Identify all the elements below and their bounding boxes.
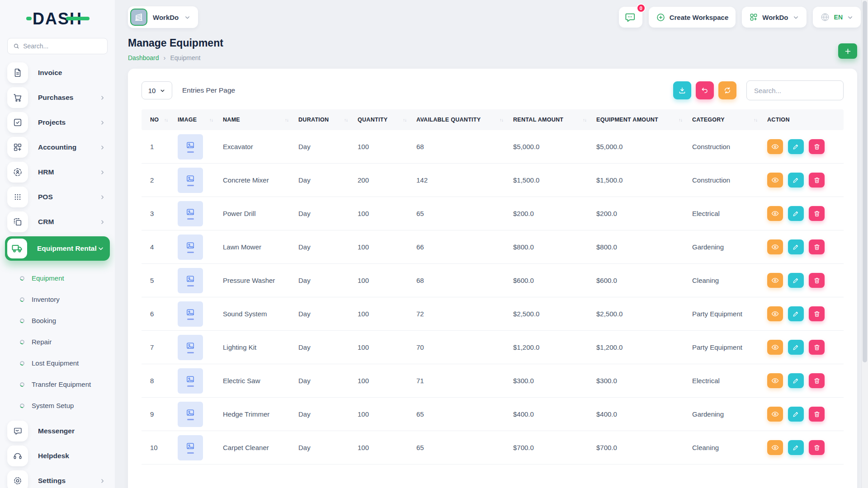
equipment-image-placeholder[interactable] <box>178 134 203 160</box>
sidebar-item-hrm[interactable]: HRM <box>7 162 108 183</box>
workspace-switcher[interactable]: WorkDo <box>742 7 806 28</box>
edit-button[interactable] <box>788 407 804 422</box>
ring-icon <box>19 318 25 324</box>
add-equipment-button[interactable] <box>838 43 857 59</box>
sidebar-item-projects[interactable]: Projects <box>7 112 108 133</box>
sort-icon: ↑↓ <box>403 117 406 122</box>
column-header-quantity[interactable]: QUANTITY↑↓ <box>358 117 416 123</box>
column-header-duration[interactable]: DURATION↑↓ <box>298 117 358 123</box>
entries-per-page-select[interactable]: 10 <box>142 81 172 99</box>
column-header-category[interactable]: CATEGORY↑↓ <box>692 117 767 123</box>
export-button[interactable] <box>673 81 691 99</box>
delete-button[interactable] <box>809 206 825 221</box>
delete-button[interactable] <box>809 340 825 355</box>
view-button[interactable] <box>767 407 783 422</box>
delete-button[interactable] <box>809 373 825 388</box>
edit-button[interactable] <box>788 139 804 154</box>
column-header-equipment-amount[interactable]: EQUIPMENT AMOUNT↑↓ <box>596 117 692 123</box>
messenger-button[interactable]: 0 <box>619 7 642 28</box>
equipment-image-placeholder[interactable] <box>178 368 203 394</box>
app-logo[interactable]: DASH <box>7 0 108 38</box>
workspace-selector[interactable]: WorkDo <box>128 6 198 28</box>
eye-icon <box>771 310 779 318</box>
eye-icon <box>771 343 779 351</box>
sidebar-item-accounting[interactable]: Accounting <box>7 137 108 158</box>
table-search-input[interactable] <box>746 80 844 100</box>
view-button[interactable] <box>767 173 783 188</box>
delete-button[interactable] <box>809 139 825 154</box>
sidebar-item-settings[interactable]: Settings <box>7 470 108 488</box>
delete-button[interactable] <box>809 273 825 288</box>
image-icon <box>186 174 195 183</box>
sidebar-subitem-booking[interactable]: Booking <box>20 310 108 331</box>
equipment-image-placeholder[interactable] <box>178 201 203 226</box>
entries-per-page-label: Entries Per Page <box>182 86 235 94</box>
sidebar-subitem-transfer-equipment[interactable]: Transfer Equipment <box>20 374 108 395</box>
scrollbar-thumb[interactable] <box>863 1 867 362</box>
row-equipment-amount: $400.0 <box>596 410 692 418</box>
view-button[interactable] <box>767 306 783 321</box>
column-header-available-quantity[interactable]: AVAILABLE QUANTITY↑↓ <box>416 117 513 123</box>
row-quantity: 100 <box>358 210 416 217</box>
view-button[interactable] <box>767 239 783 254</box>
view-button[interactable] <box>767 273 783 288</box>
view-button[interactable] <box>767 440 783 455</box>
equipment-image-placeholder[interactable] <box>178 435 203 460</box>
edit-button[interactable] <box>788 239 804 254</box>
sidebar-item-messenger[interactable]: Messenger <box>7 421 108 441</box>
equipment-image-placeholder[interactable] <box>178 235 203 260</box>
sidebar-subitem-inventory[interactable]: Inventory <box>20 289 108 310</box>
delete-button[interactable] <box>809 306 825 321</box>
row-quantity: 200 <box>358 176 416 184</box>
edit-button[interactable] <box>788 306 804 321</box>
equipment-image-placeholder[interactable] <box>178 268 203 293</box>
eye-icon <box>771 176 779 184</box>
chevron-right-icon <box>99 94 106 101</box>
edit-button[interactable] <box>788 440 804 455</box>
create-workspace-button[interactable]: Create Workspace <box>649 7 736 28</box>
page-scrollbar[interactable] <box>861 0 868 488</box>
edit-button[interactable] <box>788 273 804 288</box>
column-header-image[interactable]: IMAGE↑↓ <box>178 117 223 123</box>
equipment-image-placeholder[interactable] <box>178 168 203 193</box>
delete-button[interactable] <box>809 173 825 188</box>
sidebar-item-invoice[interactable]: Invoice <box>7 62 108 83</box>
sidebar-subitem-system-setup[interactable]: System Setup <box>20 395 108 416</box>
sidebar-subitem-lost-equipment[interactable]: Lost Equipment <box>20 352 108 374</box>
sidebar-item-purchases[interactable]: Purchases <box>7 87 108 108</box>
refresh-button[interactable] <box>718 81 736 99</box>
delete-button[interactable] <box>809 407 825 422</box>
sidebar-item-helpdesk[interactable]: Helpdesk <box>7 446 108 466</box>
edit-button[interactable] <box>788 340 804 355</box>
equipment-image-placeholder[interactable] <box>178 402 203 427</box>
eye-icon <box>771 444 779 451</box>
table-row: 5 Pressure Washer Day 100 68 $600.0 $600… <box>142 264 844 297</box>
edit-button[interactable] <box>788 373 804 388</box>
equipment-image-placeholder[interactable] <box>178 335 203 360</box>
breadcrumb-dashboard-link[interactable]: Dashboard <box>128 54 159 61</box>
row-category: Party Equipment <box>692 310 767 318</box>
view-button[interactable] <box>767 139 783 154</box>
sidebar-item-pos[interactable]: POS <box>7 187 108 207</box>
sidebar-item-crm[interactable]: CRM <box>7 211 108 232</box>
chevron-right-icon <box>99 169 106 176</box>
edit-button[interactable] <box>788 173 804 188</box>
sidebar-search-input[interactable] <box>23 42 102 50</box>
edit-button[interactable] <box>788 206 804 221</box>
column-header-name[interactable]: NAME↑↓ <box>223 117 298 123</box>
language-selector[interactable]: EN <box>813 7 861 28</box>
view-button[interactable] <box>767 340 783 355</box>
undo-button[interactable] <box>696 81 714 99</box>
sidebar-subitem-repair[interactable]: Repair <box>20 331 108 352</box>
column-header-no[interactable]: NO↑↓ <box>142 117 178 123</box>
sidebar-item-equipment-rental[interactable]: Equipment Rental <box>5 236 110 261</box>
sidebar-subitem-equipment[interactable]: Equipment <box>20 267 108 289</box>
row-duration: Day <box>298 377 358 385</box>
view-button[interactable] <box>767 373 783 388</box>
check-square-icon <box>13 117 23 127</box>
equipment-image-placeholder[interactable] <box>178 301 203 327</box>
column-header-rental-amount[interactable]: RENTAL AMOUNT↑↓ <box>513 117 596 123</box>
view-button[interactable] <box>767 206 783 221</box>
delete-button[interactable] <box>809 440 825 455</box>
delete-button[interactable] <box>809 239 825 254</box>
